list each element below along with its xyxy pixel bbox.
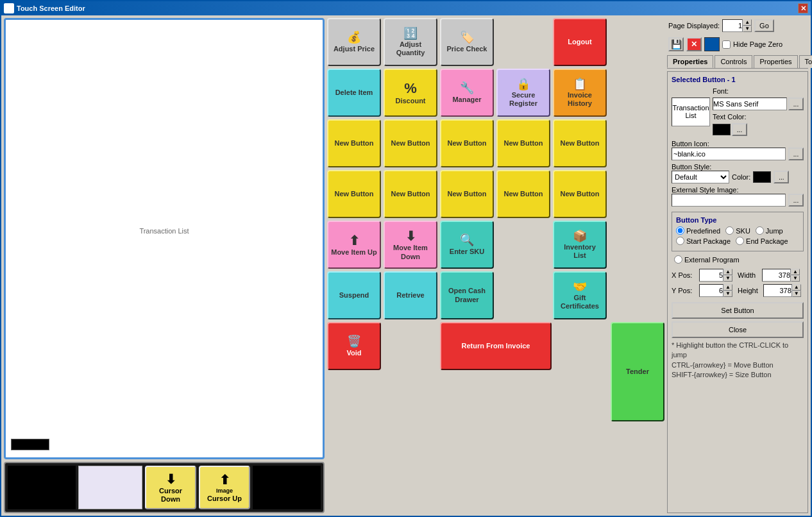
font-browse-button[interactable]: ... [788,97,804,110]
radio-jump[interactable]: Jump [756,226,783,235]
radio-external-program[interactable]: External Program [674,255,740,264]
radio-predefined[interactable]: Predefined [676,226,720,235]
button-icon-browse[interactable]: ... [788,148,804,160]
color-picker-box[interactable] [704,37,720,51]
radio-row-1: Predefined SKU Jump [676,226,799,235]
y-pos-spinner[interactable]: ▲ ▼ [699,284,732,297]
adjust-quantity-button[interactable]: 🔢 Adjust Quantity [384,18,437,66]
void-button[interactable]: 🗑️ Void [327,322,381,370]
tender-button[interactable]: Tender [611,322,664,421]
style-color-button[interactable]: ... [774,171,789,183]
style-select[interactable]: Default [672,171,729,183]
width-down-button[interactable]: ▼ [791,275,800,282]
new-button-3-4[interactable]: New Button [496,119,550,167]
x-pos-spinner[interactable]: ▲ ▼ [699,269,732,282]
radio-external-program-input[interactable] [674,255,682,264]
ext-style-browse[interactable]: ... [788,194,804,207]
width-input[interactable] [762,269,791,282]
return-from-invoice-button[interactable]: Return From Invoice [440,322,552,370]
adjust-quantity-label: Adjust Quantity [387,40,434,57]
logout-button[interactable]: Logout [553,18,607,66]
new-button-4-5[interactable]: New Button [553,170,607,218]
button-icon-input[interactable] [672,148,786,160]
new-button-4-4[interactable]: New Button [496,170,550,218]
empty-slot-1 [496,18,550,66]
tab-tools[interactable]: Tools [799,55,812,68]
font-input[interactable] [713,97,787,110]
discount-button[interactable]: % Discount [384,69,437,117]
radio-end-package-input[interactable] [736,237,744,245]
new-button-3-1[interactable]: New Button [327,119,381,167]
height-up-button[interactable]: ▲ [792,284,801,291]
move-item-up-button[interactable]: ⬆ Move Item Up [327,221,381,269]
new-button-4-1[interactable]: New Button [327,170,381,218]
page-number-input[interactable] [722,19,743,32]
x-up-button[interactable]: ▲ [723,269,732,275]
text-color-button[interactable]: ... [732,123,747,136]
page-number-spinner[interactable]: ▲ ▼ [722,19,752,32]
suspend-button[interactable]: Suspend [327,271,381,319]
radio-end-package[interactable]: End Package [736,237,788,245]
tab-properties-2[interactable]: Properties [754,55,797,68]
inventory-list-button[interactable]: 📦 Inventory List [553,221,607,269]
adjust-price-button[interactable]: 💰 Adjust Price [327,18,381,66]
ext-style-input[interactable] [672,194,786,207]
y-down-button[interactable]: ▼ [723,291,732,297]
radio-jump-input[interactable] [756,226,764,235]
enter-sku-button[interactable]: 🔍 Enter SKU [440,221,494,269]
page-down-button[interactable]: ▼ [743,26,752,32]
open-cash-drawer-button[interactable]: Open Cash Drawer [440,271,494,319]
delete-item-button[interactable]: Delete Item [327,69,381,117]
invoice-history-icon: 📋 [573,78,587,92]
hide-page-zero-checkbox[interactable] [722,40,731,49]
new-button-3-2[interactable]: New Button [384,119,437,167]
x-pos-input[interactable] [699,269,723,282]
color-label: Color: [732,173,750,181]
retrieve-button[interactable]: Retrieve [384,271,437,319]
x-down-button[interactable]: ▼ [723,275,732,282]
y-pos-input[interactable] [699,284,723,297]
price-check-icon: 🏷️ [460,31,474,45]
text-color-swatch[interactable] [713,124,731,135]
right-panel: Page Displayed: ▲ ▼ Go 💾 ✕ [667,18,808,513]
tab-controls[interactable]: Controls [715,55,752,68]
move-item-down-button[interactable]: ⬇ Move Item Down [384,221,437,269]
width-up-button[interactable]: ▲ [791,269,800,275]
manager-button[interactable]: 🔧 Manager [440,69,494,117]
delete-button[interactable]: ✕ [686,37,702,51]
close-window-button[interactable]: ✕ [798,3,808,13]
gift-certificates-button[interactable]: 🤝 Gift Certificates [553,271,607,319]
radio-start-package[interactable]: Start Package [676,237,731,245]
close-button[interactable]: Close [672,321,804,338]
page-up-button[interactable]: ▲ [743,19,752,26]
new-button-4-3[interactable]: New Button [440,170,494,218]
invoice-history-button[interactable]: 📋 Invoice History [553,69,607,117]
radio-predefined-input[interactable] [676,226,684,235]
new-button-4-2[interactable]: New Button [384,170,437,218]
height-input[interactable] [763,284,792,297]
button-icon-row: ... [672,148,804,160]
set-button-button[interactable]: Set Button [672,302,804,319]
new-button-3-5[interactable]: New Button [553,119,607,167]
save-button[interactable]: 💾 [668,37,684,51]
ext-style-label: External Style Image: [672,186,739,194]
y-up-button[interactable]: ▲ [723,284,732,291]
tab-properties-1[interactable]: Properties [667,55,713,68]
height-spinner[interactable]: ▲ ▼ [763,284,801,297]
bottom-lavender-area [78,466,142,509]
radio-sku[interactable]: SKU [725,226,750,235]
display-content: Transaction List [11,25,317,437]
width-spinner[interactable]: ▲ ▼ [762,269,800,282]
secure-register-button[interactable]: 🔒 Secure Register [496,69,550,117]
cursor-up-button[interactable]: ⬆ Image Cursor Up [199,466,250,509]
height-down-button[interactable]: ▼ [792,291,801,297]
radio-start-package-input[interactable] [676,237,684,245]
new-button-3-3[interactable]: New Button [440,119,494,167]
cursor-down-button[interactable]: ⬇ Cursor Down [145,466,196,509]
style-color-swatch[interactable] [753,171,771,183]
properties-panel: Selected Button - 1 Transaction List Fon… [667,71,808,513]
price-check-button[interactable]: 🏷️ Price Check [440,18,494,66]
external-program-label: External Program [684,256,740,264]
go-button[interactable]: Go [754,19,774,32]
radio-sku-input[interactable] [725,226,734,235]
